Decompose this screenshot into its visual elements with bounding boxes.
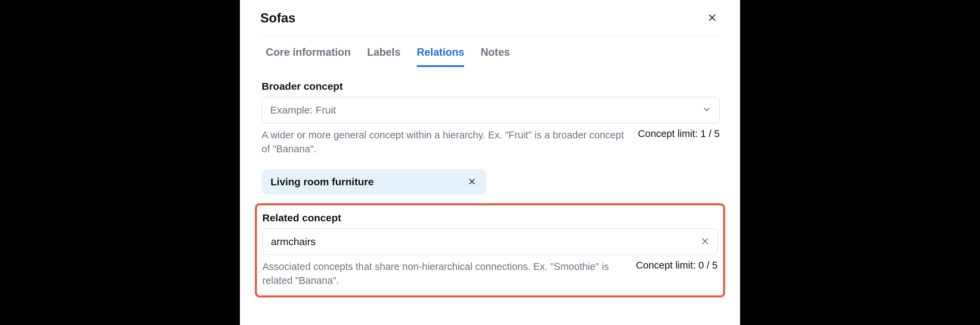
broader-input[interactable]: [262, 97, 720, 124]
tab-core-information[interactable]: Core information: [266, 46, 351, 67]
close-icon: [701, 237, 710, 247]
tabs-nav: Core information Labels Relations Notes: [260, 37, 720, 67]
panel-header: Sofas: [260, 10, 720, 37]
broader-chip: Living room furniture: [262, 169, 486, 195]
broader-chip-label: Living room furniture: [270, 176, 374, 188]
close-icon: [708, 13, 717, 24]
close-icon: [468, 178, 476, 187]
broader-limit: Concept limit: 1 / 5: [638, 128, 720, 140]
broader-help-text: A wider or more general concept within a…: [262, 128, 624, 156]
broader-label: Broader concept: [262, 81, 720, 92]
related-input-wrapper: [262, 228, 718, 255]
broader-help-row: A wider or more general concept within a…: [262, 128, 720, 156]
tab-notes[interactable]: Notes: [480, 46, 510, 67]
panel-title: Sofas: [260, 11, 295, 25]
related-input[interactable]: [262, 228, 718, 255]
related-label: Related concept: [262, 212, 718, 224]
related-concept-section-highlighted: Related concept Associated concepts that…: [255, 203, 725, 298]
related-clear-button[interactable]: [699, 236, 711, 248]
close-button[interactable]: [705, 10, 720, 26]
related-help-text: Associated concepts that share non-hiera…: [262, 260, 622, 287]
tab-relations[interactable]: Relations: [417, 46, 465, 67]
broader-input-wrapper: [262, 97, 720, 124]
broader-concept-section: Broader concept A wider or more general …: [260, 81, 720, 195]
broader-chip-remove[interactable]: [466, 176, 477, 188]
related-limit: Concept limit: 0 / 5: [636, 260, 718, 271]
concept-panel: Sofas Core information Labels Relations …: [240, 0, 740, 325]
related-help-row: Associated concepts that share non-hiera…: [262, 260, 718, 287]
tab-labels[interactable]: Labels: [367, 46, 401, 67]
